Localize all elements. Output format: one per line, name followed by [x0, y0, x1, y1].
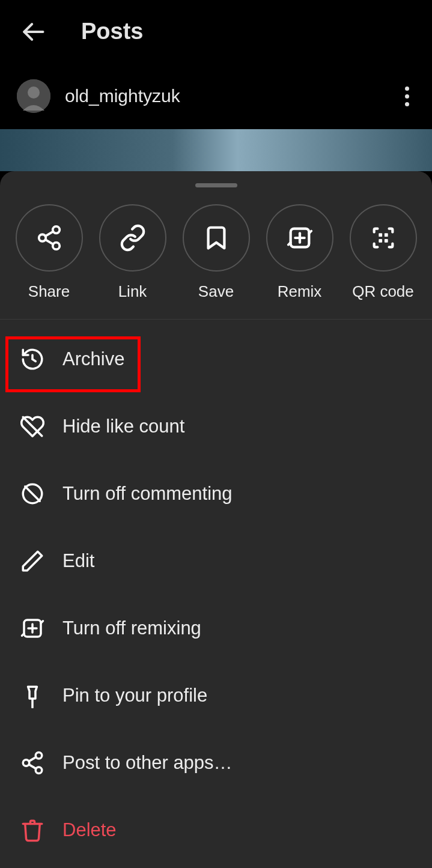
remix-action[interactable]: Remix [266, 204, 333, 301]
post-other-apps-label: Post to other apps… [62, 752, 233, 774]
pin-icon [20, 683, 45, 708]
svg-line-26 [29, 765, 36, 769]
svg-rect-11 [379, 233, 382, 237]
hide-likes-icon [20, 414, 45, 439]
save-label: Save [198, 282, 234, 301]
qr-code-icon [370, 224, 397, 252]
post-other-apps-item[interactable]: Post to other apps… [0, 729, 432, 797]
svg-rect-13 [379, 239, 382, 243]
bottom-sheet: Share Link Save [0, 171, 432, 868]
turn-off-commenting-label: Turn off commenting [62, 483, 233, 505]
archive-icon [20, 347, 45, 372]
delete-icon [20, 818, 45, 843]
share-action[interactable]: Share [16, 204, 83, 301]
delete-label: Delete [62, 819, 117, 841]
save-icon [202, 224, 230, 252]
post-header: old_mightyzuk [0, 63, 432, 129]
turn-off-remixing-label: Turn off remixing [62, 618, 201, 639]
back-arrow-icon [20, 19, 46, 45]
edit-item[interactable]: Edit [0, 527, 432, 595]
remix-off-icon [20, 616, 45, 641]
svg-point-2 [28, 86, 40, 99]
drag-handle[interactable] [195, 183, 237, 187]
svg-line-7 [45, 231, 53, 236]
svg-line-19 [25, 487, 40, 502]
avatar-placeholder-icon [17, 79, 50, 113]
edit-icon [20, 548, 45, 574]
edit-label: Edit [62, 550, 94, 572]
turn-off-remixing-item[interactable]: Turn off remixing [0, 595, 432, 662]
archive-label: Archive [62, 348, 124, 370]
avatar[interactable] [17, 79, 50, 113]
quick-actions-row: Share Link Save [0, 204, 432, 320]
share-label: Share [28, 282, 70, 301]
delete-item[interactable]: Delete [0, 797, 432, 864]
remix-icon [286, 224, 314, 252]
back-button[interactable] [18, 17, 48, 47]
archive-item[interactable]: Archive [0, 326, 432, 393]
svg-line-6 [45, 240, 53, 244]
pin-profile-item[interactable]: Pin to your profile [0, 662, 432, 729]
hide-likes-item[interactable]: Hide like count [0, 393, 432, 460]
comment-off-icon [20, 481, 45, 506]
post-image-preview [0, 129, 432, 171]
svg-line-16 [32, 359, 35, 362]
qr-code-action[interactable]: QR code [350, 204, 417, 301]
pin-profile-label: Pin to your profile [62, 685, 207, 706]
more-options-button[interactable] [399, 80, 415, 112]
remix-label: Remix [278, 282, 322, 301]
svg-line-27 [29, 757, 36, 761]
menu-list: Archive Hide like count Turn off comment… [0, 320, 432, 864]
page-title: Posts [81, 19, 143, 44]
username[interactable]: old_mightyzuk [65, 86, 180, 106]
more-dots-icon [405, 86, 409, 106]
save-action[interactable]: Save [183, 204, 250, 301]
page-header: Posts [0, 0, 432, 63]
qr-label: QR code [352, 282, 414, 301]
share-apps-icon [20, 750, 45, 775]
hide-likes-label: Hide like count [62, 416, 184, 437]
svg-rect-14 [384, 239, 388, 243]
link-action[interactable]: Link [99, 204, 166, 301]
svg-rect-12 [384, 233, 388, 237]
link-icon [119, 224, 147, 252]
turn-off-commenting-item[interactable]: Turn off commenting [0, 460, 432, 527]
share-icon [35, 224, 63, 252]
link-label: Link [118, 282, 147, 301]
